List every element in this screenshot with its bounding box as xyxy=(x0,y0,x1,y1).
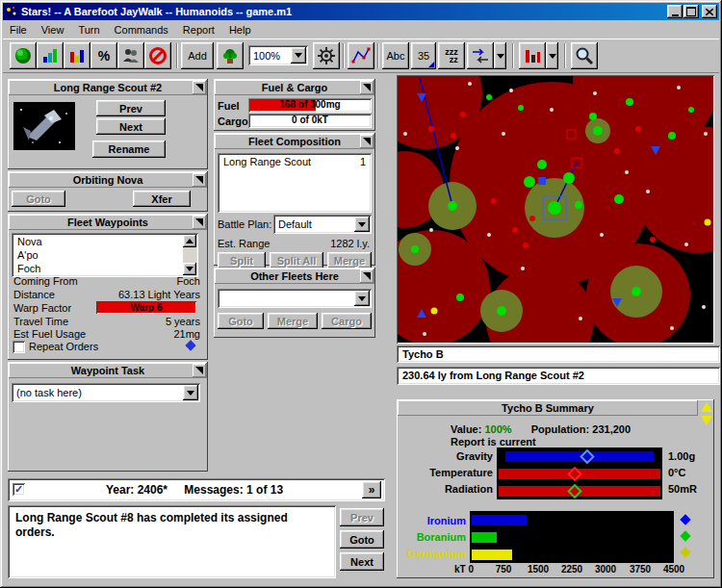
other-merge-button[interactable]: Merge xyxy=(268,313,318,329)
corner-triangle-icon xyxy=(195,218,203,226)
merge-button[interactable]: Merge xyxy=(327,252,372,268)
mineral-label-1: Boranium xyxy=(399,531,466,543)
message-filter-checkbox[interactable]: ✓ xyxy=(13,483,25,496)
ship-count-button[interactable]: 35 xyxy=(411,42,436,69)
no-enemies-button[interactable] xyxy=(144,42,171,69)
find-button[interactable] xyxy=(571,42,598,69)
title-bar[interactable]: Stars! -- A Barefoot JayWalk -- Humanoid… xyxy=(3,3,719,20)
mineral-graph-dropdown-button[interactable] xyxy=(546,42,558,69)
other-fleets-select[interactable] xyxy=(218,289,372,308)
est-range-label: Est. Range xyxy=(218,238,270,249)
warp-slider[interactable]: Warp 6 xyxy=(96,301,196,314)
maximize-button[interactable] xyxy=(683,5,699,18)
zoom-dropdown-button[interactable] xyxy=(291,47,306,64)
fuel-cargo-title: Fuel & Cargo xyxy=(262,82,327,93)
population-view-button[interactable] xyxy=(117,42,144,69)
minerals-graph[interactable] xyxy=(470,511,674,563)
repeat-orders-checkbox[interactable] xyxy=(13,341,25,353)
arrow-down-icon xyxy=(186,267,193,271)
production-graph-button[interactable] xyxy=(64,42,90,69)
habitability-graph[interactable] xyxy=(497,447,662,499)
orbit-goto-button[interactable]: Goto xyxy=(12,191,65,207)
menu-help[interactable]: Help xyxy=(222,22,259,38)
menu-commands[interactable]: Commands xyxy=(108,22,176,38)
rename-button[interactable]: Rename xyxy=(92,141,166,158)
add-waypoint-label: Add xyxy=(188,50,207,62)
other-fleets-dropdown-button[interactable] xyxy=(354,291,370,306)
percent-view-button[interactable]: % xyxy=(90,42,117,69)
other-fleets-collapse-button[interactable] xyxy=(360,269,374,283)
waypoints-panel-collapse-button[interactable] xyxy=(193,216,206,229)
star-map[interactable] xyxy=(397,75,714,344)
menu-view[interactable]: View xyxy=(35,22,72,38)
selected-object-name: Tycho B xyxy=(402,348,444,360)
planet-names-button[interactable]: Abc xyxy=(382,42,409,69)
waypoint-diamond-icon[interactable] xyxy=(185,340,195,350)
scale-tick: 2250 xyxy=(561,564,582,575)
xfer-button[interactable]: Xfer xyxy=(133,191,191,207)
waypoints-panel-title: Fleet Waypoints xyxy=(67,217,148,228)
fuel-cargo-collapse-button[interactable] xyxy=(360,81,374,94)
waypoint-item[interactable]: Foch xyxy=(13,262,183,275)
prev-planet-button[interactable] xyxy=(701,416,712,425)
close-button[interactable] xyxy=(702,5,717,18)
minimize-button[interactable] xyxy=(667,5,683,18)
menu-turn[interactable]: Turn xyxy=(71,22,107,38)
ship-graph-button[interactable] xyxy=(37,42,64,69)
waypoint-task-dropdown-button[interactable] xyxy=(183,385,198,400)
next-planet-button[interactable] xyxy=(701,402,712,412)
settings-button[interactable] xyxy=(313,42,340,69)
composition-row[interactable]: Long Range Scout 1 xyxy=(219,155,370,168)
est-fuel-usage-value: 21mg xyxy=(173,328,200,340)
prev-fleet-button[interactable]: Prev xyxy=(96,100,166,116)
waypoint-task-panel: Waypoint Task (no task here) xyxy=(8,362,208,472)
jump-to-message-button[interactable]: » xyxy=(362,481,381,499)
scroll-down-button[interactable] xyxy=(183,263,196,275)
orbiting-panel-collapse-button[interactable] xyxy=(193,173,206,187)
star-map-svg[interactable] xyxy=(398,76,713,343)
toolbar-separator xyxy=(176,43,178,68)
idle-fleets-button[interactable]: zzzzz xyxy=(438,42,465,69)
window-title: Stars! -- A Barefoot JayWalk -- Humanoid… xyxy=(21,6,666,17)
scroll-up-button[interactable] xyxy=(183,235,196,247)
next-fleet-button[interactable]: Next xyxy=(96,118,166,135)
fleet-filter-button[interactable] xyxy=(467,42,494,69)
fleet-filter-dropdown-button[interactable] xyxy=(494,42,506,69)
message-prev-button[interactable]: Prev xyxy=(340,508,384,526)
menu-report[interactable]: Report xyxy=(176,22,222,38)
coming-from-value: Foch xyxy=(177,275,200,287)
add-waypoint-button[interactable]: Add xyxy=(181,42,214,69)
message-next-button[interactable]: Next xyxy=(340,552,384,571)
menu-file[interactable]: File xyxy=(3,22,35,38)
mineral-graph-button[interactable] xyxy=(519,42,546,69)
waypoint-item[interactable]: Nova xyxy=(13,235,183,248)
composition-collapse-button[interactable] xyxy=(360,135,374,148)
planet-summary-button[interactable] xyxy=(10,42,37,69)
chevron-down-icon xyxy=(295,53,302,58)
temperature-value: 0°C xyxy=(668,467,685,478)
cargo-gauge[interactable]: 0 of 0kT xyxy=(248,114,372,128)
battle-plan-select[interactable]: Default xyxy=(273,215,372,234)
selected-object-bar[interactable]: Tycho B xyxy=(397,345,720,363)
terraform-button[interactable] xyxy=(217,42,244,69)
other-goto-button[interactable]: Goto xyxy=(218,313,264,329)
composition-list: Long Range Scout 1 xyxy=(218,153,372,213)
waypoint-task-collapse-button[interactable] xyxy=(193,364,206,377)
env-bar-row-2 xyxy=(499,486,660,497)
split-all-button[interactable]: Split All xyxy=(270,252,323,268)
waypoint-task-select[interactable]: (no task here) xyxy=(12,383,200,402)
fleet-paths-button[interactable] xyxy=(348,42,374,69)
ship-type-count: 1 xyxy=(360,155,366,168)
zoom-select[interactable]: 100% xyxy=(248,45,308,65)
toolbar-separator xyxy=(564,43,566,68)
waypoints-scrollbar[interactable] xyxy=(183,235,196,275)
split-button[interactable]: Split xyxy=(218,252,266,268)
battle-plan-dropdown-button[interactable] xyxy=(354,217,370,232)
message-goto-button[interactable]: Goto xyxy=(340,530,384,549)
fleet-panel-collapse-button[interactable] xyxy=(193,81,206,94)
people-icon xyxy=(121,46,141,65)
waypoint-item[interactable]: A'po xyxy=(13,248,183,262)
toolbar-separator xyxy=(343,43,345,68)
mineral-diamond-0 xyxy=(680,514,690,524)
other-cargo-button[interactable]: Cargo xyxy=(322,313,372,329)
